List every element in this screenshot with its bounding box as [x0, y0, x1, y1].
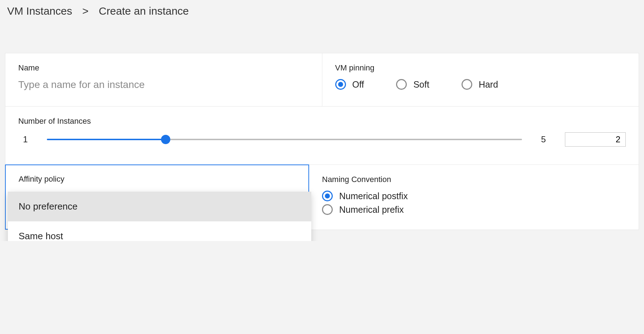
slider-fill: [47, 139, 166, 140]
slider-max: 5: [536, 134, 551, 144]
naming-convention-field: Naming Convention Numerical postfix Nume…: [309, 165, 639, 230]
vm-pinning-option-off[interactable]: Off: [335, 79, 364, 90]
vm-pinning-label: VM pinning: [335, 63, 626, 73]
slider-thumb-icon[interactable]: [161, 135, 170, 144]
vm-pinning-field: VM pinning Off Soft Hard: [322, 53, 639, 106]
breadcrumb-separator-icon: >: [82, 5, 89, 17]
vm-pinning-option-hard[interactable]: Hard: [462, 79, 498, 90]
naming-option-label: Numerical prefix: [339, 205, 404, 215]
vm-pinning-option-label: Off: [352, 79, 364, 90]
name-label: Name: [18, 63, 309, 73]
radio-icon: [335, 79, 346, 90]
radio-icon: [462, 79, 472, 90]
instances-value-input[interactable]: [565, 132, 626, 147]
breadcrumb-current: Create an instance: [99, 5, 189, 17]
vm-pinning-option-label: Soft: [413, 79, 429, 90]
create-instance-form: Name VM pinning Off Soft Hard: [5, 53, 639, 230]
vm-pinning-option-soft[interactable]: Soft: [396, 79, 429, 90]
breadcrumb: VM Instances > Create an instance: [5, 5, 639, 17]
affinity-option-no-preference[interactable]: No preference: [8, 192, 311, 221]
affinity-option-same-host[interactable]: Same host: [8, 221, 311, 241]
naming-convention-options: Numerical postfix Numerical prefix: [322, 191, 626, 215]
instances-slider[interactable]: [47, 139, 522, 140]
affinity-policy-label: Affinity policy: [19, 175, 296, 184]
breadcrumb-root[interactable]: VM Instances: [7, 5, 72, 17]
slider-min: 1: [18, 134, 33, 144]
vm-pinning-option-label: Hard: [479, 79, 498, 90]
affinity-policy-select[interactable]: Affinity policy No preference Same host …: [5, 164, 309, 230]
naming-option-prefix[interactable]: Numerical prefix: [322, 204, 626, 215]
instances-field: Number of Instances 1 5: [5, 106, 639, 164]
name-input[interactable]: [18, 79, 309, 90]
radio-icon: [396, 79, 407, 90]
name-field: Name: [5, 53, 322, 106]
naming-option-postfix[interactable]: Numerical postfix: [322, 191, 626, 201]
affinity-policy-dropdown: No preference Same host Different hosts: [8, 192, 311, 241]
radio-icon: [322, 191, 333, 201]
instances-label: Number of Instances: [18, 117, 626, 126]
vm-pinning-options: Off Soft Hard: [335, 79, 626, 90]
naming-convention-label: Naming Convention: [322, 175, 626, 184]
naming-option-label: Numerical postfix: [339, 191, 408, 201]
radio-icon: [322, 204, 333, 215]
